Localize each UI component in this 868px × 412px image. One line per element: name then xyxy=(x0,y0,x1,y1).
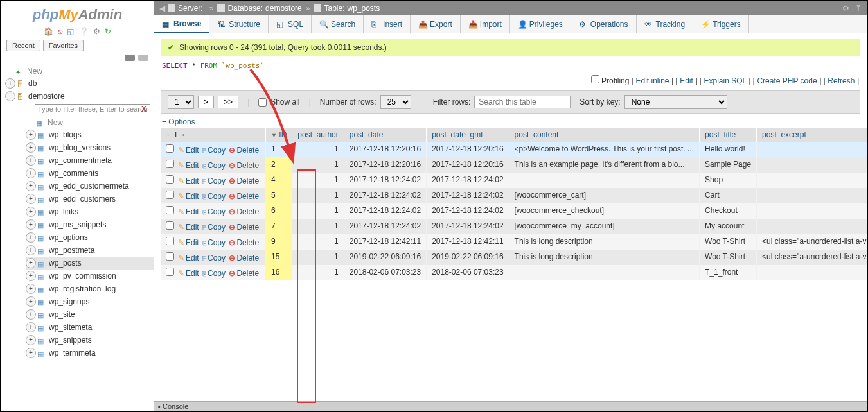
tab-import[interactable]: 📥Import xyxy=(461,15,510,33)
collapse-icon[interactable] xyxy=(125,55,135,61)
row-checkbox[interactable] xyxy=(166,175,174,184)
row-checkbox[interactable] xyxy=(166,160,174,168)
copy-link[interactable]: Copy xyxy=(202,176,226,185)
expand-icon[interactable]: + xyxy=(26,168,36,178)
logo[interactable]: phpMyAdmin xyxy=(1,1,154,26)
filter-input[interactable] xyxy=(474,96,571,108)
delete-link[interactable]: Delete xyxy=(229,207,259,216)
expand-icon[interactable]: + xyxy=(26,271,36,281)
gear-icon[interactable]: ⚙ xyxy=(842,4,849,13)
expand-icon[interactable]: + xyxy=(26,181,36,191)
delete-link[interactable]: Delete xyxy=(229,269,259,278)
table-row[interactable]: Edit Copy Delete712017-12-18 12:24:02201… xyxy=(161,219,867,234)
expand-icon[interactable]: + xyxy=(26,296,36,307)
edit-link[interactable]: Edit xyxy=(178,223,199,232)
tree-table-wp_blog_versions[interactable]: +wp_blog_versions xyxy=(26,141,154,154)
expand-icon[interactable]: + xyxy=(5,78,15,89)
expand-icon[interactable]: + xyxy=(26,322,36,332)
tree-table-wp_ms_snippets[interactable]: +wp_ms_snippets xyxy=(26,218,154,231)
col-post_date[interactable]: post_date xyxy=(344,128,426,142)
delete-link[interactable]: Delete xyxy=(229,146,259,155)
tree-table-wp_termmeta[interactable]: +wp_termmeta xyxy=(26,347,154,359)
docs-icon[interactable]: ❔ xyxy=(79,27,89,36)
last-page-button[interactable]: >> xyxy=(218,96,238,108)
copy-link[interactable]: Copy xyxy=(202,269,226,278)
col-post_title[interactable]: post_title xyxy=(700,128,757,142)
edit-link[interactable]: Edit xyxy=(178,146,199,155)
bc-database-value[interactable]: demostore xyxy=(265,4,302,13)
reload-icon[interactable]: ↻ xyxy=(105,27,111,36)
edit-link[interactable]: Edit xyxy=(178,176,199,185)
expand-icon[interactable]: + xyxy=(26,155,36,166)
tree-table-wp_registration_log[interactable]: +wp_registration_log xyxy=(26,282,154,295)
expand-icon[interactable]: + xyxy=(26,194,36,204)
edit-link[interactable]: Edit xyxy=(178,192,199,201)
expand-icon[interactable]: + xyxy=(26,258,36,268)
edit-link[interactable]: Edit xyxy=(178,161,199,170)
edit-link[interactable]: Edit xyxy=(680,76,693,85)
table-row[interactable]: Edit Copy Delete512017-12-18 12:24:02201… xyxy=(161,188,867,203)
link-icon[interactable] xyxy=(138,55,148,61)
num-rows-select[interactable]: 25 xyxy=(380,95,411,109)
bc-table-value[interactable]: wp_posts xyxy=(348,4,380,13)
delete-link[interactable]: Delete xyxy=(229,192,259,201)
options-toggle[interactable]: + Options xyxy=(154,117,867,128)
tab-operations[interactable]: ⚙Operations xyxy=(571,15,637,33)
copy-link[interactable]: Copy xyxy=(202,253,226,262)
tab-triggers[interactable]: ⚡Triggers xyxy=(693,15,749,33)
profiling-checkbox[interactable] xyxy=(591,75,599,83)
tree-table-wp_edd_customers[interactable]: +wp_edd_customers xyxy=(26,193,154,205)
delete-link[interactable]: Delete xyxy=(229,253,259,262)
col-post_author[interactable]: post_author xyxy=(292,128,344,142)
tree-demostore[interactable]: −demostore xyxy=(5,90,154,103)
tree-table-wp_posts[interactable]: +wp_posts xyxy=(26,257,154,270)
expand-icon[interactable]: + xyxy=(26,142,36,153)
edit-inline-link[interactable]: Edit inline xyxy=(635,76,669,85)
row-checkbox[interactable] xyxy=(166,206,174,214)
tree-table-wp_options[interactable]: +wp_options xyxy=(26,231,154,244)
page-select[interactable]: 1 xyxy=(168,95,194,109)
refresh-link[interactable]: Refresh xyxy=(828,76,855,85)
expand-icon[interactable]: + xyxy=(26,348,36,358)
expand-icon[interactable]: + xyxy=(26,335,36,345)
collapse-top-icon[interactable]: ⤒ xyxy=(855,4,862,13)
table-row[interactable]: Edit Copy Delete412017-12-18 12:24:02201… xyxy=(161,173,867,188)
create-php-link[interactable]: Create PHP code xyxy=(757,76,817,85)
delete-link[interactable]: Delete xyxy=(229,223,259,232)
next-page-button[interactable]: > xyxy=(198,96,214,108)
expand-icon[interactable]: + xyxy=(26,309,36,320)
tree-table-wp_commentmeta[interactable]: +wp_commentmeta xyxy=(26,154,154,167)
tree-table-wp_signups[interactable]: +wp_signups xyxy=(26,295,154,308)
copy-link[interactable]: Copy xyxy=(202,192,226,201)
delete-link[interactable]: Delete xyxy=(229,238,259,247)
row-checkbox[interactable] xyxy=(166,191,174,199)
copy-link[interactable]: Copy xyxy=(202,207,226,216)
tree-table-wp_site[interactable]: +wp_site xyxy=(26,308,154,321)
console-bar[interactable]: Console xyxy=(154,401,867,411)
tab-search[interactable]: 🔍Search xyxy=(312,15,364,33)
tree-table-wp_sitemeta[interactable]: +wp_sitemeta xyxy=(26,321,154,334)
edit-link[interactable]: Edit xyxy=(178,269,199,278)
home-icon[interactable]: 🏠 xyxy=(44,27,53,36)
table-row[interactable]: Edit Copy Delete1612018-02-06 07:03:2320… xyxy=(161,265,867,280)
edit-link[interactable]: Edit xyxy=(178,238,199,247)
tree-table-wp_snippets[interactable]: +wp_snippets xyxy=(26,334,154,347)
expand-icon[interactable]: + xyxy=(26,284,36,294)
tab-insert[interactable]: ⎘Insert xyxy=(364,15,411,33)
expand-icon[interactable]: + xyxy=(26,232,36,243)
tab-tracking[interactable]: 👁Tracking xyxy=(637,15,694,33)
tree-db[interactable]: +db xyxy=(5,77,154,90)
row-checkbox[interactable] xyxy=(166,237,174,245)
tree-table-wp_comments[interactable]: +wp_comments xyxy=(26,167,154,180)
tree-table-wp_edd_customermeta[interactable]: +wp_edd_customermeta xyxy=(26,180,154,193)
show-all-checkbox[interactable] xyxy=(258,98,267,107)
collapse-icon[interactable]: − xyxy=(5,91,15,101)
copy-link[interactable]: Copy xyxy=(202,238,226,247)
table-row[interactable]: Edit Copy Delete112017-12-18 12:20:16201… xyxy=(161,142,867,157)
expand-icon[interactable]: + xyxy=(26,130,36,140)
tab-sql[interactable]: ◱SQL xyxy=(269,15,312,33)
table-row[interactable]: Edit Copy Delete612017-12-18 12:24:02201… xyxy=(161,203,867,219)
copy-link[interactable]: Copy xyxy=(202,161,226,170)
recent-tab[interactable]: Recent xyxy=(6,40,40,51)
col-post_excerpt[interactable]: post_excerpt xyxy=(757,128,867,142)
